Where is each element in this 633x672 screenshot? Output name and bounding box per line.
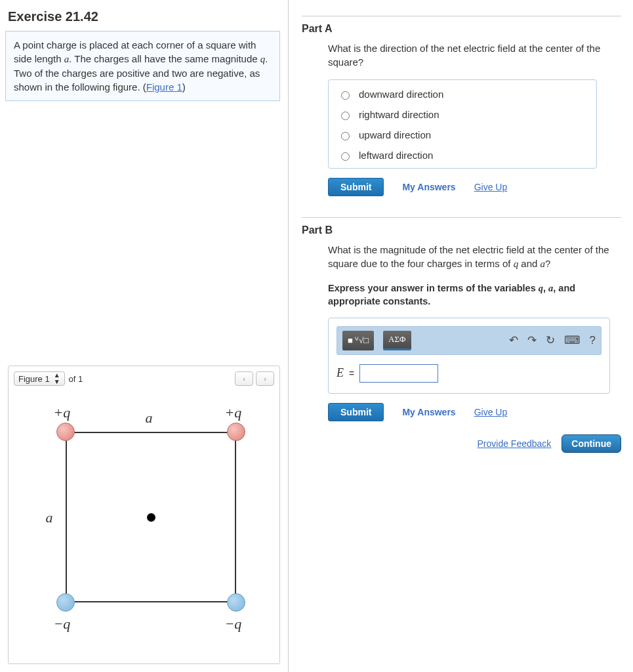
template-tool[interactable]: ■ ⱽ√□ [342,331,374,350]
radio-downward[interactable] [341,91,350,100]
part-a-title: Part A [302,23,621,35]
part-b-question: What is the magnitude of the net electri… [328,243,621,271]
label-tl: +q [54,404,71,421]
part-b-title: Part B [302,224,621,236]
option-label: downward direction [359,89,443,100]
radio-rightward[interactable] [341,112,350,120]
figure-prev-button[interactable]: ‹ [235,371,253,386]
label-tr: +q [225,404,242,421]
figure-canvas: +q +q −q −q a a [20,392,269,655]
symbols-tool[interactable]: ΑΣΦ [383,331,411,350]
center-point [147,513,155,522]
problem-text: ) [182,81,186,93]
charge-top-left [56,423,75,441]
option-rightward[interactable]: rightward direction [329,104,596,125]
problem-text: . The charges all have the same magnitud… [69,53,260,64]
radio-upward[interactable] [341,132,350,140]
figure-count: of 1 [69,374,83,384]
submit-button-a[interactable]: Submit [328,178,384,196]
divider [302,217,621,218]
help-icon[interactable]: ? [590,334,596,347]
equation-variable: E [337,366,344,380]
label-bl: −q [54,616,71,633]
equals-sign: = [349,368,354,379]
var-a: a [541,259,546,269]
continue-button[interactable]: Continue [562,434,621,453]
option-upward[interactable]: upward direction [329,125,596,145]
my-answers-link-a[interactable]: My Answers [402,182,455,192]
charge-top-right [227,423,245,441]
answer-panel: ■ ⱽ√□ ΑΣΦ ↶ ↷ ↻ ⌨ ? E = [328,318,610,394]
option-label: leftward direction [359,150,433,161]
problem-statement: A point charge is placed at each corner … [5,31,280,101]
instr-text: , [543,283,548,293]
part-a-question: What is the direction of the net electri… [328,41,621,69]
option-label: upward direction [359,129,431,140]
q-text: and [518,258,540,269]
charge-bottom-right [227,593,245,612]
part-b-instructions: Express your answer in terms of the vari… [328,282,621,308]
my-answers-link-b[interactable]: My Answers [402,407,455,417]
figure-selector[interactable]: Figure 1 ▲▼ [14,371,65,386]
give-up-link-b[interactable]: Give Up [474,407,508,417]
var-q: q [539,283,543,293]
option-label: rightward direction [359,109,439,120]
figure-selector-label: Figure 1 [18,374,50,384]
equation-toolbar: ■ ⱽ√□ ΑΣΦ ↶ ↷ ↻ ⌨ ? [337,326,602,355]
figure-link[interactable]: Figure 1 [146,81,182,93]
radio-leftward[interactable] [341,152,350,161]
redo-icon[interactable]: ↷ [527,333,537,347]
label-left-side: a [46,509,53,526]
keyboard-icon[interactable]: ⌨ [564,333,581,347]
instr-text: Express your answer in terms of the vari… [328,283,539,293]
provide-feedback-link[interactable]: Provide Feedback [478,438,552,449]
answer-input[interactable] [359,364,438,383]
label-br: −q [225,616,242,633]
part-a-options: downward direction rightward direction u… [328,79,597,169]
divider [302,16,621,16]
figure-next-button[interactable]: › [256,371,274,386]
label-top-side: a [146,410,153,427]
undo-icon[interactable]: ↶ [509,333,518,347]
option-downward[interactable]: downward direction [329,84,596,104]
q-text: ? [545,258,550,269]
dropdown-caret-icon: ▲▼ [54,372,60,385]
figure-panel: Figure 1 ▲▼ of 1 ‹ › +q +q −q −q [8,366,280,664]
option-leftward[interactable]: leftward direction [329,145,596,165]
give-up-link-a[interactable]: Give Up [474,182,508,192]
charge-bottom-left [56,593,75,612]
submit-button-b[interactable]: Submit [328,403,384,421]
q-text: What is the magnitude of the net electri… [328,244,609,269]
exercise-title: Exercise 21.42 [5,5,280,31]
reset-icon[interactable]: ↻ [546,333,555,347]
